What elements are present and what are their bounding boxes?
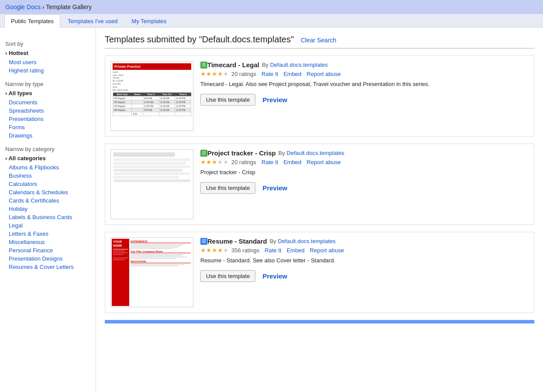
use-template-button[interactable]: Use this template bbox=[200, 270, 255, 282]
sidebar-cat-misc[interactable]: Miscellaneous bbox=[5, 238, 90, 246]
embed-link[interactable]: Embed bbox=[283, 71, 301, 77]
template-title-row: ☷ Project tracker - Crisp By Default.doc… bbox=[200, 149, 529, 157]
stars-row: ★ ★ ★ ★ ★ 20 ratings Rate It Embed Repor… bbox=[200, 158, 529, 165]
template-title: Resume - Standard bbox=[207, 237, 267, 245]
hottest-label: › Hottest bbox=[5, 50, 90, 56]
tab-templates-used[interactable]: Templates I've used bbox=[61, 14, 124, 28]
search-header: Templates submitted by "Default.docs.tem… bbox=[105, 34, 534, 45]
star-3: ★ bbox=[212, 70, 217, 77]
template-by: By Default.docs.templates bbox=[278, 150, 344, 156]
template-by: By Default.docs.templates bbox=[262, 62, 328, 68]
star-2: ★ bbox=[206, 247, 212, 254]
use-template-button[interactable]: Use this template bbox=[200, 94, 255, 106]
template-actions: Use this template Preview bbox=[200, 270, 529, 282]
template-title: Timecard - Legal bbox=[207, 61, 259, 69]
all-categories-label: › All categories bbox=[5, 155, 90, 162]
clear-search-link[interactable]: Clear Search bbox=[301, 37, 337, 44]
brand-link[interactable]: Google Docs bbox=[5, 3, 41, 10]
sidebar-cat-resumes[interactable]: Resumes & Cover Letters bbox=[5, 263, 90, 271]
star-4: ★ bbox=[217, 158, 223, 165]
use-template-button[interactable]: Use this template bbox=[200, 182, 255, 194]
sidebar-type-spreadsheets[interactable]: Spreadsheets bbox=[5, 107, 90, 115]
tab-my-templates[interactable]: My Templates bbox=[125, 14, 173, 28]
search-header-prefix: Templates submitted by bbox=[105, 34, 196, 44]
star-4: ★ bbox=[217, 247, 223, 254]
search-query-text: "Default.docs.templates" bbox=[199, 34, 294, 44]
template-author-link[interactable]: Default.docs.templates bbox=[287, 150, 344, 156]
narrow-by-category-label: Narrow by category bbox=[5, 146, 90, 152]
divider bbox=[105, 48, 534, 48]
star-1: ★ bbox=[200, 247, 206, 254]
star-2: ★ bbox=[206, 158, 212, 165]
template-author-link[interactable]: Default.docs.templates bbox=[270, 62, 328, 68]
star-1: ★ bbox=[200, 70, 206, 77]
spreadsheet-icon: ☷ bbox=[200, 150, 207, 157]
template-title-row: ☷ Timecard - Legal By Default.docs.templ… bbox=[200, 61, 529, 69]
template-info: ☷ Timecard - Legal By Default.docs.templ… bbox=[200, 61, 529, 131]
page-title-topbar: Template Gallery bbox=[46, 3, 92, 10]
template-actions: Use this template Preview bbox=[200, 182, 529, 194]
ratings-count: 20 ratings bbox=[231, 71, 256, 77]
embed-link[interactable]: Embed bbox=[283, 159, 301, 165]
template-card: ☷ Project tracker - Crisp By Default.doc… bbox=[105, 144, 534, 225]
tab-public-templates[interactable]: Public Templates bbox=[4, 14, 60, 28]
star-1: ★ bbox=[200, 158, 206, 165]
sidebar-type-documents[interactable]: Documents bbox=[5, 98, 90, 107]
report-abuse-link[interactable]: Report abuse bbox=[307, 71, 341, 77]
sidebar-cat-holiday[interactable]: Holiday bbox=[5, 205, 90, 213]
sidebar-type-forms[interactable]: Forms bbox=[5, 123, 90, 131]
sidebar-cat-legal[interactable]: Legal bbox=[5, 221, 90, 230]
template-author-link[interactable]: Default.docs.templates bbox=[278, 238, 336, 244]
template-actions: Use this template Preview bbox=[200, 94, 529, 106]
spreadsheet-icon: ☷ bbox=[200, 62, 207, 69]
template-description: Resume - Standard. See also Cover letter… bbox=[200, 256, 529, 265]
ratings-count: 20 ratings bbox=[231, 159, 256, 165]
breadcrumb-separator: › bbox=[42, 3, 45, 10]
sidebar-cat-albums[interactable]: Albums & Flipbooks bbox=[5, 163, 90, 172]
preview-link[interactable]: Preview bbox=[262, 184, 287, 192]
template-card: Private Practice card mer John Smith ID … bbox=[105, 55, 534, 137]
all-types-label: › All types bbox=[5, 90, 90, 96]
template-title: Project tracker - Crisp bbox=[207, 149, 276, 157]
sidebar-cat-cards[interactable]: Cards & Certificates bbox=[5, 196, 90, 205]
sidebar-type-drawings[interactable]: Drawings bbox=[5, 131, 90, 140]
tabs-bar: Public Templates Templates I've used My … bbox=[0, 14, 543, 28]
template-thumbnail bbox=[110, 149, 193, 219]
template-info: ☷ Resume - Standard By Default.docs.temp… bbox=[200, 237, 529, 307]
sidebar-cat-presentation-designs[interactable]: Presentation Designs bbox=[5, 254, 90, 263]
top-bar: Google Docs › Template Gallery bbox=[0, 0, 543, 14]
content-area: Templates submitted by "Default.docs.tem… bbox=[96, 28, 543, 392]
embed-link[interactable]: Embed bbox=[287, 247, 305, 254]
sort-by-label: Sort by bbox=[5, 41, 90, 47]
narrow-by-type-label: Narrow by type bbox=[5, 81, 90, 87]
sidebar-cat-labels[interactable]: Labels & Business Cards bbox=[5, 213, 90, 221]
sidebar-type-presentations[interactable]: Presentations bbox=[5, 115, 90, 123]
sidebar-cat-business[interactable]: Business bbox=[5, 172, 90, 180]
document-icon: ☷ bbox=[200, 238, 207, 245]
star-5: ★ bbox=[223, 70, 229, 77]
sidebar-cat-calendars[interactable]: Calendars & Schedules bbox=[5, 188, 90, 196]
star-3: ★ bbox=[212, 158, 217, 165]
sidebar-highest-rating[interactable]: Highest rating bbox=[5, 66, 90, 75]
main-layout: Sort by › Hottest Most users Highest rat… bbox=[0, 28, 543, 392]
sidebar-most-users[interactable]: Most users bbox=[5, 58, 90, 66]
stars-row: ★ ★ ★ ★ ★ 20 ratings Rate It Embed Repor… bbox=[200, 70, 529, 77]
star-4: ★ bbox=[217, 70, 223, 77]
star-2: ★ bbox=[206, 70, 212, 77]
rate-it-link[interactable]: Rate It bbox=[265, 247, 281, 254]
sidebar-cat-letters[interactable]: Letters & Faxes bbox=[5, 230, 90, 238]
preview-link[interactable]: Preview bbox=[262, 272, 287, 280]
sidebar: Sort by › Hottest Most users Highest rat… bbox=[0, 28, 96, 392]
report-abuse-link[interactable]: Report abuse bbox=[307, 159, 341, 165]
bottom-partial-bar bbox=[105, 320, 534, 323]
report-abuse-link[interactable]: Report abuse bbox=[310, 247, 344, 254]
sidebar-cat-calculators[interactable]: Calculators bbox=[5, 180, 90, 188]
preview-link[interactable]: Preview bbox=[262, 96, 287, 103]
sidebar-cat-personal-finance[interactable]: Personal Finance bbox=[5, 246, 90, 254]
rate-it-link[interactable]: Rate It bbox=[261, 71, 278, 77]
template-card: YOUR NAME EXPERIENCE bbox=[105, 232, 534, 313]
template-description: Timecard - Legal. Also see Project propo… bbox=[200, 80, 529, 89]
rate-it-link[interactable]: Rate It bbox=[261, 159, 278, 165]
template-description: Project tracker - Crisp bbox=[200, 168, 529, 177]
template-thumbnail: Private Practice card mer John Smith ID … bbox=[110, 61, 193, 131]
